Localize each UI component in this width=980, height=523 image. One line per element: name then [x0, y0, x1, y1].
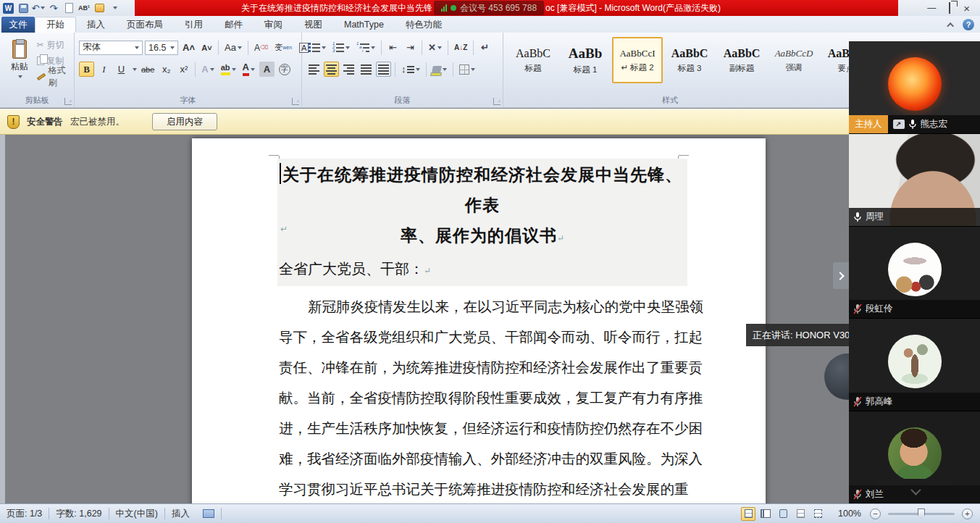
style-heading3[interactable]: AaBbC标题 3 — [664, 37, 715, 83]
decrease-indent-button[interactable]: ⇤ — [385, 40, 401, 55]
style-emphasis[interactable]: AaBbCcD强调 — [768, 37, 819, 83]
text-effects-button[interactable]: A — [199, 62, 216, 77]
salutation-line[interactable]: 全省广大党员、干部：↵ — [279, 254, 686, 285]
show-marks-button[interactable]: ↵ — [477, 40, 493, 55]
participant-tile[interactable]: 段虹伶 — [849, 227, 980, 319]
document-area[interactable]: 关于在统筹推进疫情防控和经济社会发展中当先锋、作表 率、展作为的倡议书↵ ↵ 全… — [0, 135, 980, 503]
align-right-button[interactable] — [341, 62, 356, 77]
line-spacing-button[interactable]: ↕ — [399, 62, 422, 77]
footnote-ab1-icon[interactable]: AB¹ — [78, 2, 90, 14]
font-name-combo[interactable]: 宋体 — [79, 41, 143, 55]
font-color-button[interactable]: A — [240, 62, 257, 77]
save-icon[interactable] — [17, 2, 29, 14]
style-heading2[interactable]: AaBbCcI↵ 标题 2 — [612, 37, 663, 83]
word-count[interactable]: 字数: 1,629 — [49, 508, 108, 520]
participant-tile[interactable]: 周理 — [849, 134, 980, 227]
tab-insert[interactable]: 插入 — [76, 17, 116, 33]
numbering-button[interactable]: 123 — [330, 40, 352, 55]
zoom-slider[interactable] — [888, 513, 955, 515]
favorites-icon[interactable] — [93, 2, 105, 14]
tab-home[interactable]: 开始 — [35, 17, 76, 33]
page-indicator[interactable]: 页面: 1/3 — [0, 508, 49, 520]
highlight-color-button[interactable]: ab — [219, 62, 238, 77]
outline-view-button[interactable] — [793, 507, 808, 521]
zoom-slider-thumb[interactable] — [918, 509, 925, 519]
customize-quick-access-icon[interactable] — [109, 2, 120, 14]
shrink-font-button[interactable]: A˅ — [199, 40, 214, 55]
shading-button[interactable] — [430, 62, 449, 77]
style-title[interactable]: AaBbC标题 — [508, 37, 558, 83]
zoom-in-button[interactable]: + — [962, 509, 973, 519]
superscript-button[interactable]: x² — [176, 62, 191, 77]
document-title[interactable]: 关于在统筹推进疫情防控和经济社会发展中当先锋、作表 率、展作为的倡议书↵ — [279, 160, 686, 254]
asian-layout-button[interactable]: ✕ — [426, 40, 444, 55]
web-layout-view-button[interactable] — [776, 507, 790, 521]
increase-indent-button[interactable]: ⇥ — [403, 40, 418, 55]
tab-page-layout[interactable]: 页面布局 — [116, 17, 174, 33]
document-page[interactable]: 关于在统筹推进疫情防控和经济社会发展中当先锋、作表 率、展作为的倡议书↵ ↵ 全… — [192, 138, 766, 503]
change-case-button[interactable]: Aa — [222, 40, 244, 55]
minimize-icon[interactable]: — — [927, 4, 936, 12]
participant-tile[interactable]: 刘兰 — [849, 411, 980, 503]
font-dialog-launcher[interactable]: ⌟ — [292, 98, 299, 105]
subscript-button[interactable]: x₂ — [159, 62, 174, 77]
document-body[interactable]: 新冠肺炎疫情发生以来，在以习近平同志为核心的党中央坚强领 导下，全省各级党组织和… — [279, 292, 686, 503]
macro-record-icon[interactable] — [203, 509, 214, 518]
help-icon[interactable]: ? — [963, 19, 974, 30]
tab-references[interactable]: 引用 — [174, 17, 214, 33]
meeting-id-pill[interactable]: 会议号 453 695 788 — [434, 1, 544, 15]
bold-button[interactable]: B — [79, 62, 94, 77]
sort-button[interactable]: A↓Z — [452, 40, 469, 55]
distribute-button[interactable] — [376, 62, 391, 77]
participant-tile[interactable]: 主持人 ↗ 熊志宏 — [849, 41, 980, 134]
multilevel-list-button[interactable]: 1ai — [354, 40, 377, 55]
tab-review[interactable]: 审阅 — [254, 17, 293, 33]
tab-special-features[interactable]: 特色功能 — [395, 17, 453, 33]
zoom-out-button[interactable]: − — [870, 509, 881, 519]
format-painter-button[interactable]: 格式刷 — [37, 70, 74, 84]
align-center-button[interactable] — [324, 62, 339, 77]
style-subtitle[interactable]: AaBbC副标题 — [716, 37, 767, 83]
character-shading-button[interactable]: A — [259, 62, 275, 77]
body-line: 难，我省经济面临外部疫情输入、外部经济冲击的双重风险。为深入 — [279, 444, 686, 474]
underline-dropdown[interactable] — [133, 68, 137, 71]
phonetic-guide-button[interactable]: 变wén — [272, 40, 294, 55]
justify-button[interactable] — [359, 62, 374, 77]
tab-file[interactable]: 文件 — [1, 17, 35, 33]
paste-button[interactable]: 粘贴 — [4, 37, 35, 85]
print-layout-view-button[interactable] — [741, 507, 755, 521]
full-screen-reading-button[interactable] — [758, 507, 773, 521]
minimize-ribbon-icon[interactable] — [947, 22, 954, 29]
align-left-button[interactable] — [306, 62, 322, 77]
paragraph-dialog-launcher[interactable]: ⌟ — [493, 98, 501, 105]
tab-view[interactable]: 视图 — [293, 17, 333, 33]
restore-icon[interactable] — [949, 4, 950, 12]
enable-content-button[interactable]: 启用内容 — [152, 113, 217, 130]
bullets-button[interactable] — [306, 40, 328, 55]
insert-mode-indicator[interactable]: 插入 — [165, 508, 196, 520]
zoom-level[interactable]: 100% — [838, 509, 861, 519]
new-document-icon[interactable] — [63, 2, 75, 14]
sidebar-expand-button[interactable] — [833, 262, 849, 289]
tab-mailings[interactable]: 邮件 — [214, 17, 254, 33]
close-icon[interactable]: × — [963, 3, 970, 14]
undo-icon[interactable]: ↶ — [33, 2, 44, 14]
redo-icon[interactable]: ↷ — [48, 2, 59, 14]
font-size-combo[interactable]: 16.5 — [145, 41, 178, 55]
tab-mathtype[interactable]: MathType — [333, 17, 395, 33]
style-heading1[interactable]: AaBb标题 1 — [560, 37, 611, 83]
language-indicator[interactable]: 中文(中国) — [109, 508, 164, 520]
strikethrough-button[interactable]: abe — [139, 62, 156, 77]
clipboard-dialog-launcher[interactable]: ⌟ — [64, 98, 72, 105]
draft-view-button[interactable] — [811, 507, 825, 521]
borders-button[interactable] — [457, 62, 477, 77]
italic-button[interactable]: I — [96, 62, 112, 77]
window-left-edge — [0, 135, 5, 503]
grow-font-button[interactable]: A˄ — [180, 40, 197, 55]
clear-formatting-button[interactable]: A⌫ — [252, 40, 270, 55]
cut-button[interactable]: ✂剪切 — [37, 38, 74, 52]
enclose-characters-button[interactable]: 字 — [277, 62, 293, 77]
participant-name: 刘兰 — [866, 488, 884, 501]
underline-button[interactable]: U — [114, 62, 129, 77]
participant-tile[interactable]: 郭高峰 — [849, 319, 980, 411]
